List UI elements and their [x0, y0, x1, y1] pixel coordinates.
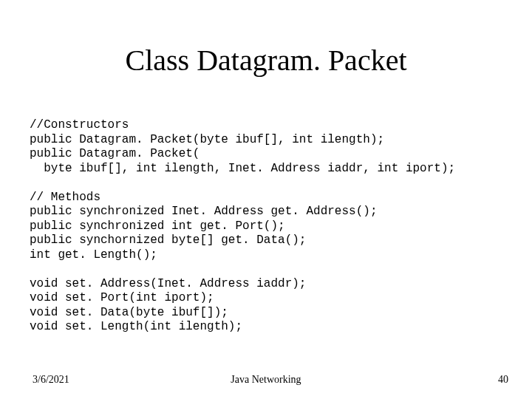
footer-subject: Java Networking	[0, 374, 532, 386]
footer-page-number: 40	[498, 374, 508, 386]
slide-title: Class Datagram. Packet	[0, 43, 532, 78]
code-block: //Constructors public Datagram. Packet(b…	[30, 118, 517, 335]
slide: Class Datagram. Packet //Constructors pu…	[0, 0, 532, 399]
